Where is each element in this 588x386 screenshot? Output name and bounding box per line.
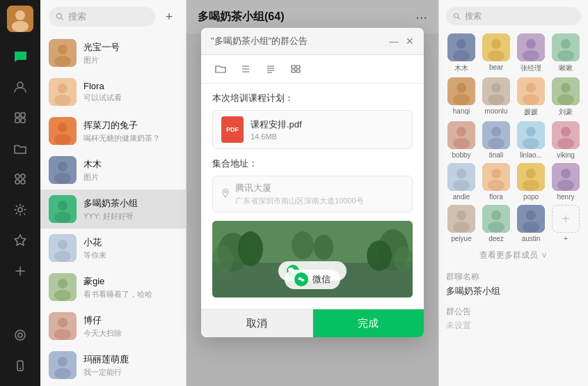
chat-list-item[interactable]: 豪gie 看书看睡着了，哈哈: [40, 268, 186, 307]
member-item[interactable]: bear: [481, 33, 511, 73]
announcement-dialog: "多喝奶茶小组"的群公告 — ✕: [201, 28, 424, 337]
chat-item-preview: 图片: [84, 55, 177, 65]
svg-point-94: [526, 83, 536, 93]
member-item[interactable]: austin: [516, 205, 546, 242]
member-item[interactable]: linlao...: [516, 121, 546, 159]
member-item[interactable]: 木木: [446, 33, 477, 73]
member-item[interactable]: bobby: [446, 121, 477, 159]
address-detail: 广东省深圳市南山区深南大道10000号: [235, 196, 404, 206]
svg-point-29: [54, 173, 71, 184]
toolbar-folder-icon[interactable]: [211, 61, 230, 77]
more-members-button[interactable]: 查看更多群成员 ∨: [446, 249, 581, 261]
svg-point-13: [15, 330, 25, 340]
sidebar-bottom: [7, 322, 33, 386]
member-item[interactable]: flora: [481, 163, 511, 201]
svg-point-2: [12, 21, 29, 32]
member-avatar: [447, 205, 475, 233]
member-item[interactable]: viking: [550, 121, 581, 159]
chat-list-item[interactable]: 木木 图片: [40, 150, 186, 190]
svg-point-34: [58, 240, 67, 249]
member-name: linlao...: [520, 151, 542, 159]
settings-nav-icon[interactable]: [7, 196, 33, 223]
svg-point-110: [557, 138, 574, 149]
plus-nav-icon[interactable]: [7, 258, 33, 284]
member-item[interactable]: 张经理: [516, 33, 546, 73]
dialog-title: "多喝奶茶小组"的群公告: [211, 35, 308, 47]
dialog-close-button[interactable]: ✕: [406, 36, 414, 46]
chat-list-item[interactable]: Flora 可以试试看: [40, 72, 186, 111]
svg-point-79: [491, 39, 501, 49]
user-avatar[interactable]: [7, 6, 33, 32]
chat-list-item[interactable]: 博仔 今天大扫除: [40, 307, 186, 346]
toolbar-grid-icon[interactable]: [286, 61, 305, 77]
svg-point-104: [488, 138, 504, 149]
member-item[interactable]: tinali: [481, 121, 511, 159]
chat-search-bar[interactable]: 搜索: [49, 7, 155, 26]
svg-point-22: [58, 84, 67, 93]
member-item[interactable]: 啾啾: [550, 33, 581, 73]
chat-avatar: [49, 273, 77, 301]
right-search-bar[interactable]: 搜索: [446, 7, 581, 25]
chat-item-name: 小花: [84, 236, 177, 249]
member-item[interactable]: 刘豪: [550, 77, 581, 117]
svg-point-98: [557, 94, 574, 105]
svg-point-113: [453, 180, 470, 191]
folder-nav-icon[interactable]: [7, 135, 33, 162]
member-avatar: [517, 163, 545, 191]
record-nav-icon[interactable]: [7, 322, 33, 348]
svg-point-12: [18, 208, 22, 212]
member-name: flora: [489, 193, 502, 201]
member-item[interactable]: deez: [481, 205, 511, 242]
dialog-cancel-button[interactable]: 取消: [201, 309, 313, 337]
member-avatar: [517, 121, 545, 149]
chat-list-item[interactable]: 玛丽莲萌鹿 我一定能行: [40, 346, 186, 385]
svg-point-25: [58, 123, 67, 132]
phone-nav-icon[interactable]: [7, 353, 33, 379]
chat-nav-icon[interactable]: [7, 43, 33, 70]
apps-nav-icon[interactable]: [7, 166, 33, 192]
pdf-attachment[interactable]: PDF 课程安排.pdf 14.6MB: [212, 110, 413, 149]
member-name: bobby: [452, 151, 470, 159]
svg-point-9: [21, 174, 25, 178]
member-item[interactable]: popo: [516, 163, 546, 201]
cube-nav-icon[interactable]: [7, 105, 33, 131]
contacts-nav-icon[interactable]: [7, 74, 33, 100]
chat-list-item[interactable]: 多喝奶茶小组 YYY: 好好好呀: [40, 190, 186, 229]
add-chat-button[interactable]: +: [161, 8, 177, 25]
member-item[interactable]: peiyue: [446, 205, 477, 242]
star-nav-icon[interactable]: [7, 227, 33, 254]
svg-point-20: [54, 56, 71, 67]
chat-list-item[interactable]: 小花 等你来: [40, 229, 186, 268]
member-item[interactable]: henry: [550, 163, 581, 201]
chat-item-info: 豪gie 看书看睡着了，哈哈: [84, 275, 177, 300]
svg-point-119: [523, 180, 539, 191]
main-chat-area: 多喝奶茶小组(64) ··· "多喝奶茶小组"的群公告 — ✕: [186, 0, 438, 386]
svg-point-35: [54, 251, 71, 262]
member-item[interactable]: moonlu: [481, 77, 511, 117]
chat-list-item[interactable]: 挥菜刀的兔子 喝杯无糖的健康奶茶？: [40, 111, 186, 150]
svg-point-82: [526, 39, 536, 49]
add-member-button[interactable]: +: [552, 205, 580, 233]
add-member-label: +: [564, 235, 568, 242]
chat-item-preview: 看书看睡着了，哈哈: [84, 289, 177, 300]
address-box[interactable]: 腾讯大厦 广东省深圳市南山区深南大道10000号: [212, 176, 413, 213]
member-item[interactable]: hanqi: [446, 77, 477, 117]
chat-item-preview: YYY: 好好好呀: [84, 211, 177, 222]
group-name-label: 群聊名称: [446, 271, 581, 283]
chat-list-item[interactable]: 光宝一号 图片: [40, 33, 186, 72]
member-name: andie: [453, 193, 470, 201]
map-image[interactable]: 微信: [212, 221, 413, 298]
chat-item-info: 木木 图片: [84, 158, 177, 183]
chat-item-preview: 等你来: [84, 250, 177, 261]
dialog-confirm-button[interactable]: 完成: [313, 309, 424, 337]
toolbar-lines-icon[interactable]: [261, 61, 280, 77]
add-member-item[interactable]: + +: [550, 205, 581, 242]
svg-point-100: [456, 127, 466, 137]
member-item[interactable]: andie: [446, 163, 477, 201]
dialog-minimize-button[interactable]: —: [389, 36, 399, 46]
search-icon: [56, 13, 64, 21]
member-item[interactable]: 媛媛: [516, 77, 546, 117]
section1-label: 本次培训课程计划：: [212, 92, 413, 105]
toolbar-list-icon[interactable]: [236, 61, 255, 77]
group-name-value: 多喝奶茶小组: [446, 285, 581, 298]
